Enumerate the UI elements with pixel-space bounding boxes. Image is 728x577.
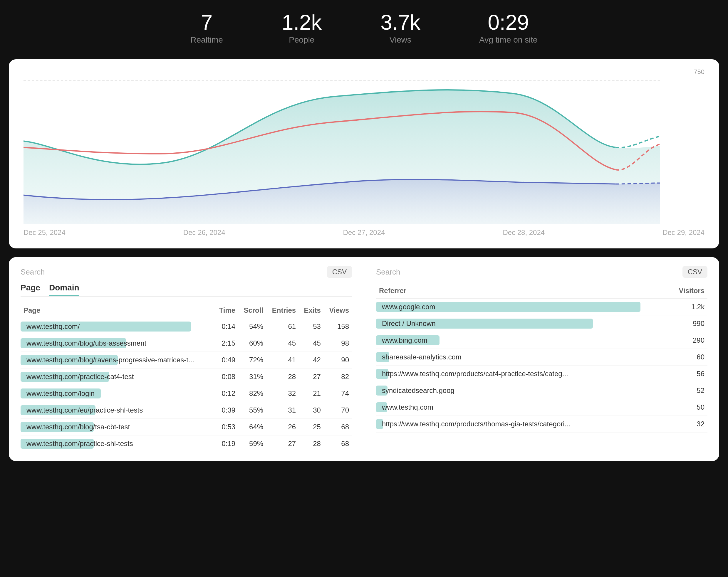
- time-cell: 0:39: [214, 402, 238, 419]
- line-chart: [24, 71, 704, 224]
- referrer-name: https://www.testhq.com/products/cat4-pra…: [379, 370, 568, 378]
- left-data-table: Page Time Scroll Entries Exits Views www…: [21, 303, 352, 452]
- time-cell: 0:49: [214, 352, 238, 368]
- views-cell: 70: [324, 402, 352, 419]
- stat-item: 7Realtime: [190, 12, 223, 45]
- referrer-cell: www.google.com: [376, 299, 675, 315]
- chart-x-label: Dec 26, 2024: [183, 228, 225, 237]
- referrer-cell: shareasale-analytics.com: [376, 349, 675, 365]
- referrer-cell: www.testhq.com: [376, 399, 675, 416]
- col-referrer: Referrer: [376, 283, 675, 299]
- page-cell: www.testhq.com/blog/tsa-cbt-test: [21, 419, 214, 436]
- visitors-cell: 52: [675, 382, 707, 399]
- referrer-name: Direct / Unknown: [379, 320, 436, 327]
- referrer-cell: https://www.testhq.com/products/thomas-g…: [376, 416, 675, 433]
- stat-label: Views: [381, 35, 420, 45]
- time-cell: 0:19: [214, 436, 238, 452]
- referrer-cell: www.bing.com: [376, 332, 675, 349]
- col-page: Page: [21, 303, 214, 318]
- visitors-cell: 32: [675, 416, 707, 433]
- visitors-cell: 990: [675, 315, 707, 332]
- col-exits: Exits: [299, 303, 324, 318]
- table-row: www.testhq.com/blog/tsa-cbt-test 0:53 64…: [21, 419, 352, 436]
- time-cell: 0:53: [214, 419, 238, 436]
- page-cell: www.testhq.com/blog/ubs-assessment: [21, 335, 214, 352]
- stats-bar: 7Realtime1.2kPeople3.7kViews0:29Avg time…: [0, 0, 728, 59]
- chart-x-label: Dec 27, 2024: [343, 228, 385, 237]
- right-csv-button[interactable]: CSV: [682, 266, 707, 278]
- page-name: www.testhq.com/: [24, 323, 80, 330]
- visitors-cell: 50: [675, 399, 707, 416]
- page-cell: www.testhq.com/blog/ravens-progressive-m…: [21, 352, 214, 368]
- scroll-cell: 59%: [238, 436, 266, 452]
- tab-domain[interactable]: Domain: [49, 283, 79, 296]
- referrer-name: shareasale-analytics.com: [379, 353, 462, 361]
- table-row: shareasale-analytics.com 60: [376, 349, 707, 365]
- table-row: www.bing.com 290: [376, 332, 707, 349]
- page-cell: www.testhq.com/practice-cat4-test: [21, 368, 214, 385]
- table-row: www.testhq.com/login 0:12 82% 32 21 74: [21, 385, 352, 402]
- table-row: www.testhq.com 50: [376, 399, 707, 416]
- right-data-table: Referrer Visitors www.google.com 1.2k Di…: [376, 283, 707, 433]
- table-row: www.testhq.com/ 0:14 54% 61 53 158: [21, 318, 352, 335]
- right-search-label: Search: [376, 268, 400, 277]
- chart-container: [24, 71, 704, 224]
- exits-cell: 21: [299, 385, 324, 402]
- right-table-header-row: Referrer Visitors: [376, 283, 707, 299]
- col-visitors: Visitors: [675, 283, 707, 299]
- page-cell: www.testhq.com/login: [21, 385, 214, 402]
- table-row: www.testhq.com/practice-cat4-test 0:08 3…: [21, 368, 352, 385]
- time-cell: 0:08: [214, 368, 238, 385]
- left-csv-button[interactable]: CSV: [327, 266, 352, 278]
- page-name: www.testhq.com/blog/ravens-progressive-m…: [24, 356, 194, 364]
- left-panel: Search CSV Page Domain Page Time Scroll …: [9, 257, 364, 461]
- col-scroll: Scroll: [238, 303, 266, 318]
- page-name: www.testhq.com/practice-shl-tests: [24, 440, 133, 447]
- referrer-name: syndicatedsearch.goog: [379, 386, 454, 394]
- col-time: Time: [214, 303, 238, 318]
- left-table-header-row: Page Time Scroll Entries Exits Views: [21, 303, 352, 318]
- chart-section: 750: [9, 59, 719, 248]
- table-row: Direct / Unknown 990: [376, 315, 707, 332]
- table-row: https://www.testhq.com/products/cat4-pra…: [376, 365, 707, 382]
- stat-label: Realtime: [190, 35, 223, 45]
- stat-value: 7: [190, 12, 223, 33]
- scroll-cell: 72%: [238, 352, 266, 368]
- stat-value: 3.7k: [381, 12, 420, 33]
- entries-cell: 26: [266, 419, 299, 436]
- referrer-name: www.google.com: [379, 303, 435, 311]
- stat-value: 1.2k: [282, 12, 322, 33]
- visitors-cell: 56: [675, 365, 707, 382]
- entries-cell: 31: [266, 402, 299, 419]
- stat-item: 1.2kPeople: [282, 12, 322, 45]
- chart-x-labels: Dec 25, 2024Dec 26, 2024Dec 27, 2024Dec …: [24, 224, 704, 237]
- col-entries: Entries: [266, 303, 299, 318]
- visitors-cell: 60: [675, 349, 707, 365]
- entries-cell: 27: [266, 436, 299, 452]
- table-row: www.google.com 1.2k: [376, 299, 707, 315]
- stat-value: 0:29: [479, 12, 538, 33]
- exits-cell: 53: [299, 318, 324, 335]
- table-row: www.testhq.com/blog/ubs-assessment 2:15 …: [21, 335, 352, 352]
- exits-cell: 45: [299, 335, 324, 352]
- exits-cell: 42: [299, 352, 324, 368]
- time-cell: 0:14: [214, 318, 238, 335]
- referrer-cell: https://www.testhq.com/products/cat4-pra…: [376, 365, 675, 382]
- exits-cell: 25: [299, 419, 324, 436]
- left-panel-header: Search CSV: [21, 266, 352, 278]
- stat-label: People: [282, 35, 322, 45]
- entries-cell: 32: [266, 385, 299, 402]
- right-panel: Search CSV Referrer Visitors www.google.…: [364, 257, 719, 461]
- referrer-name: www.testhq.com: [379, 403, 433, 411]
- entries-cell: 61: [266, 318, 299, 335]
- visitors-cell: 1.2k: [675, 299, 707, 315]
- chart-x-label: Dec 29, 2024: [662, 228, 704, 237]
- page-name: www.testhq.com/blog/ubs-assessment: [24, 339, 146, 347]
- scroll-cell: 31%: [238, 368, 266, 385]
- table-row: www.testhq.com/eu/practice-shl-tests 0:3…: [21, 402, 352, 419]
- visitors-cell: 290: [675, 332, 707, 349]
- referrer-cell: syndicatedsearch.goog: [376, 382, 675, 399]
- scroll-cell: 82%: [238, 385, 266, 402]
- exits-cell: 30: [299, 402, 324, 419]
- tab-page[interactable]: Page: [21, 283, 40, 296]
